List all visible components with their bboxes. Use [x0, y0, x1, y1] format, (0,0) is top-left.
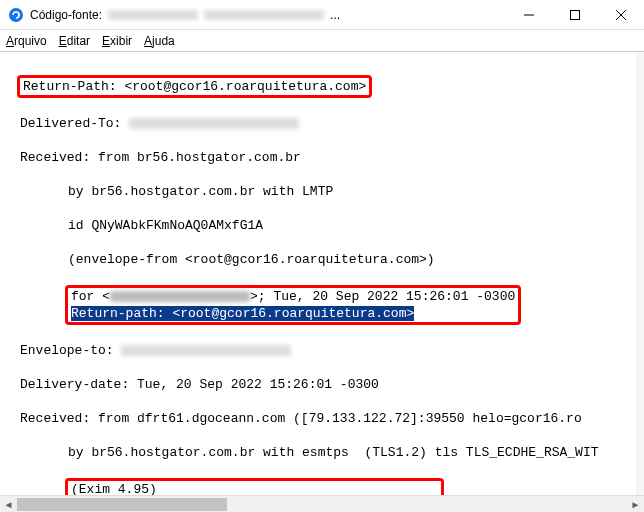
scroll-thumb[interactable] — [17, 498, 227, 511]
svg-point-1 — [18, 13, 20, 15]
menu-view[interactable]: Exibir — [102, 34, 132, 48]
highlight-return-path: Return-Path: <root@gcor16.roarquitetura.… — [17, 75, 372, 98]
window-controls — [506, 0, 644, 30]
app-icon — [8, 7, 24, 23]
close-button[interactable] — [598, 0, 644, 30]
right-edge-strip — [636, 52, 644, 495]
redacted-text — [110, 291, 250, 302]
svg-rect-3 — [571, 10, 580, 19]
scroll-track[interactable] — [17, 496, 627, 513]
minimize-button[interactable] — [506, 0, 552, 30]
window-titlebar: Código-fonte: ... — [0, 0, 644, 30]
window-title-prefix: Código-fonte: — [30, 8, 102, 22]
redacted-text — [129, 118, 299, 129]
menu-file[interactable]: Arquivo — [6, 34, 47, 48]
menu-edit[interactable]: Editar — [59, 34, 90, 48]
scroll-right-arrow[interactable]: ► — [627, 496, 644, 513]
highlight-envelope-from: (Exim 4.95) (envelope-from <root@gcor16.… — [65, 478, 444, 495]
svg-point-0 — [9, 8, 23, 22]
scroll-left-arrow[interactable]: ◄ — [0, 496, 17, 513]
menubar: Arquivo Editar Exibir Ajuda — [0, 30, 644, 52]
redacted-text — [121, 345, 291, 356]
maximize-button[interactable] — [552, 0, 598, 30]
horizontal-scrollbar[interactable]: ◄ ► — [0, 495, 644, 512]
redacted-text — [204, 10, 324, 20]
highlight-return-path-selected: for <>; Tue, 20 Sep 2022 15:26:01 -0300 … — [65, 285, 521, 325]
window-title-suffix: ... — [330, 8, 340, 22]
menu-help[interactable]: Ajuda — [144, 34, 175, 48]
source-view[interactable]: Return-Path: <root@gcor16.roarquitetura.… — [0, 52, 644, 495]
redacted-text — [108, 10, 198, 20]
